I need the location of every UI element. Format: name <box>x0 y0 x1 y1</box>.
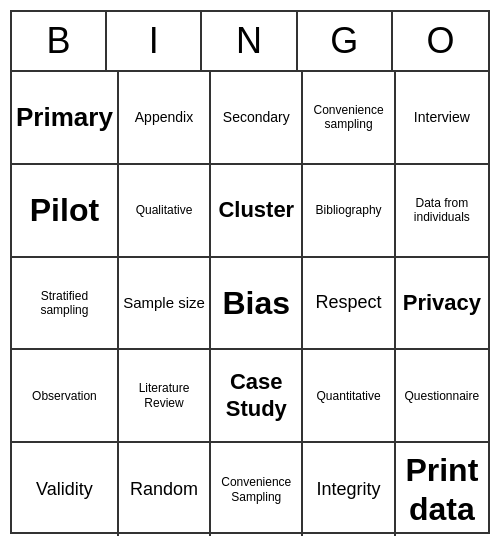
bingo-cell: Integrity <box>303 443 395 536</box>
bingo-letter: I <box>107 12 202 70</box>
bingo-cell: Appendix <box>119 72 211 165</box>
bingo-cell: Print data <box>396 443 488 536</box>
bingo-cell: Validity <box>12 443 119 536</box>
cell-text: Print data <box>400 451 484 528</box>
cell-text: Bias <box>222 284 290 322</box>
bingo-cell: Convenience Sampling <box>211 443 303 536</box>
cell-text: Primary <box>16 102 113 133</box>
bingo-cell: Sample size <box>119 258 211 351</box>
cell-text: Appendix <box>135 109 193 126</box>
cell-text: Secondary <box>223 109 290 126</box>
bingo-card: BINGO PrimaryAppendixSecondaryConvenienc… <box>10 10 490 534</box>
cell-text: Validity <box>36 479 93 501</box>
bingo-cell: Convenience sampling <box>303 72 395 165</box>
bingo-letter: B <box>12 12 107 70</box>
cell-text: Bibliography <box>316 203 382 217</box>
cell-text: Stratified sampling <box>16 289 113 318</box>
bingo-cell: Respect <box>303 258 395 351</box>
bingo-letter: O <box>393 12 488 70</box>
bingo-cell: Bias <box>211 258 303 351</box>
bingo-cell: Case Study <box>211 350 303 443</box>
bingo-cell: Qualitative <box>119 165 211 258</box>
bingo-cell: Quantitative <box>303 350 395 443</box>
cell-text: Observation <box>32 389 97 403</box>
cell-text: Pilot <box>30 191 99 229</box>
bingo-grid: PrimaryAppendixSecondaryConvenience samp… <box>12 72 488 536</box>
cell-text: Cluster <box>218 197 294 223</box>
cell-text: Case Study <box>215 369 297 422</box>
cell-text: Literature Review <box>123 381 205 410</box>
bingo-header: BINGO <box>12 12 488 72</box>
bingo-cell: Random <box>119 443 211 536</box>
bingo-letter: G <box>298 12 393 70</box>
bingo-cell: Secondary <box>211 72 303 165</box>
bingo-cell: Pilot <box>12 165 119 258</box>
cell-text: Respect <box>316 292 382 314</box>
bingo-cell: Privacy <box>396 258 488 351</box>
cell-text: Random <box>130 479 198 501</box>
bingo-cell: Primary <box>12 72 119 165</box>
bingo-cell: Interview <box>396 72 488 165</box>
cell-text: Privacy <box>403 290 481 316</box>
bingo-cell: Data from individuals <box>396 165 488 258</box>
bingo-cell: Observation <box>12 350 119 443</box>
cell-text: Qualitative <box>136 203 193 217</box>
cell-text: Data from individuals <box>400 196 484 225</box>
bingo-cell: Questionnaire <box>396 350 488 443</box>
bingo-cell: Bibliography <box>303 165 395 258</box>
bingo-cell: Literature Review <box>119 350 211 443</box>
cell-text: Interview <box>414 109 470 126</box>
bingo-cell: Cluster <box>211 165 303 258</box>
cell-text: Integrity <box>317 479 381 501</box>
bingo-cell: Stratified sampling <box>12 258 119 351</box>
cell-text: Convenience Sampling <box>215 475 297 504</box>
cell-text: Quantitative <box>317 389 381 403</box>
cell-text: Convenience sampling <box>307 103 389 132</box>
bingo-letter: N <box>202 12 297 70</box>
cell-text: Questionnaire <box>404 389 479 403</box>
cell-text: Sample size <box>123 294 205 312</box>
